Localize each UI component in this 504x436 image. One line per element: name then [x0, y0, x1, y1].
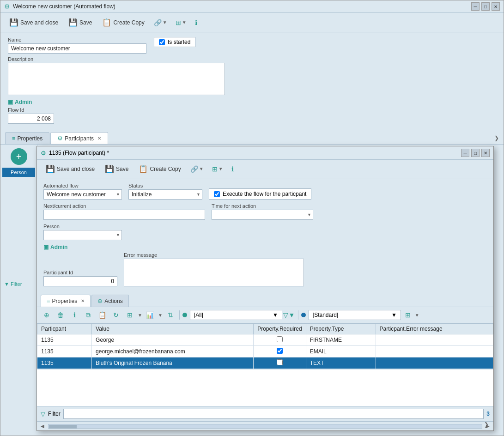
grid-reorder-button[interactable]: ⇅ — [164, 309, 176, 321]
admin-header[interactable]: ▣ Admin — [8, 99, 496, 105]
add-participant-button[interactable]: + — [11, 148, 27, 165]
required-checkbox[interactable] — [277, 336, 283, 342]
filter-input[interactable] — [63, 409, 484, 419]
tab-properties[interactable]: ≡ Properties — [5, 132, 49, 144]
inner-create-copy-button[interactable]: 📋 Create Copy — [134, 162, 185, 176]
outer-window-controls: ─ □ ✕ — [471, 2, 500, 11]
flow-id-input[interactable] — [8, 114, 54, 124]
scroll-left-arrow[interactable]: ◀ — [39, 423, 46, 430]
name-input[interactable] — [8, 43, 146, 54]
tabs-scroll-right[interactable]: ❯ — [494, 135, 499, 141]
inner-admin-header[interactable]: ▣ Admin — [43, 244, 487, 250]
inner-close-button[interactable]: ✕ — [481, 149, 490, 157]
cell-type: TEXT — [306, 357, 376, 369]
time-action-group: Time for next action — [212, 203, 313, 220]
required-checkbox[interactable] — [277, 359, 283, 365]
cell-error — [376, 357, 493, 369]
chart-icon: 📊 — [146, 311, 154, 319]
outer-save-button[interactable]: 💾 Save — [64, 16, 96, 29]
filter-dropdown-btn[interactable]: ▽ ▼ — [283, 309, 295, 321]
info-icon: ℹ — [195, 19, 197, 26]
inner-actions-tab-label: Actions — [104, 298, 122, 304]
layout-toggle-btn[interactable]: ⊞ — [402, 309, 414, 321]
inner-maximize-button[interactable]: □ — [471, 149, 480, 157]
cell-value: Bluth's Original Frozen Banana — [92, 357, 254, 369]
link-button[interactable]: 🔗 ▼ — [151, 17, 170, 29]
settings-chevron-icon: ▼ — [138, 313, 142, 318]
grid-chart-button[interactable]: 📊 — [144, 309, 156, 321]
grid-copy-button[interactable]: ⧉ — [82, 309, 94, 321]
inner-info-button[interactable]: ℹ — [228, 163, 237, 175]
inner-save-button[interactable]: 💾 Save — [101, 162, 133, 176]
required-checkbox[interactable] — [277, 348, 283, 354]
inner-link-icon: 🔗 — [190, 165, 198, 173]
all-dropdown[interactable]: [All] ▼ — [190, 310, 282, 320]
outer-form: Name Is started Description ▣ Admin Flow… — [0, 32, 504, 132]
maximize-button[interactable]: □ — [481, 2, 490, 11]
status-select[interactable]: Initialize — [128, 189, 202, 200]
inner-titlebar: ⚙ 1135 (Flow participant) * ─ □ ✕ — [37, 146, 493, 160]
grid-settings-button[interactable]: ⊞ — [124, 309, 136, 321]
table-row[interactable]: 1135GeorgeFIRSTNAME — [37, 334, 493, 346]
table-row[interactable]: 1135Bluth's Original Frozen BananaTEXT — [37, 357, 493, 369]
inner-link-button[interactable]: 🔗 ▼ — [187, 163, 207, 175]
inner-flow-icon: ⚙ — [41, 150, 46, 157]
is-started-checkbox[interactable] — [159, 39, 165, 45]
error-message-input[interactable] — [124, 259, 304, 286]
person-item-label: Person — [11, 170, 27, 175]
inner-grid-layout-button[interactable]: ⊞ ▼ — [209, 163, 226, 175]
grid-delete-button[interactable]: 🗑 — [55, 309, 67, 321]
cell-error — [376, 334, 493, 346]
inner-tab-actions[interactable]: ⊕ Actions — [91, 295, 128, 307]
minimize-button[interactable]: ─ — [471, 2, 480, 11]
grid-add-button[interactable]: ⊕ — [41, 309, 53, 321]
participants-tab-close[interactable]: ✕ — [97, 136, 101, 141]
outer-create-copy-button[interactable]: 📋 Create Copy — [98, 16, 148, 29]
reorder-icon: ⇅ — [168, 311, 173, 319]
info-button[interactable]: ℹ — [192, 17, 200, 29]
person-item[interactable]: Person — [2, 168, 35, 177]
grid-layout-button[interactable]: ⊞ ▼ — [172, 17, 190, 29]
grid-info-button[interactable]: ℹ — [68, 309, 80, 321]
layout-icon: ⊞ — [405, 311, 411, 319]
inner-toolbar: 💾 Save and close 💾 Save 📋 Create Copy 🔗 … — [37, 160, 493, 178]
next-action-input[interactable] — [43, 210, 205, 220]
automated-flow-select[interactable]: Welcome new customer — [43, 189, 122, 200]
grid-refresh-button[interactable]: ↻ — [110, 309, 122, 321]
inner-tab-properties[interactable]: ≡ Properties ✕ — [41, 295, 91, 307]
grid-chevron-icon: ▼ — [182, 20, 187, 25]
participants-tab-icon: ⚙ — [57, 135, 63, 142]
participant-id-input[interactable] — [43, 276, 117, 286]
copy-icon: 📋 — [102, 18, 111, 27]
filter-side-label: Filter — [11, 281, 22, 287]
name-group: Name — [8, 37, 146, 54]
automated-flow-label: Automated flow — [43, 183, 122, 188]
name-label: Name — [8, 37, 146, 42]
filter-side-button[interactable]: ▼ Filter — [2, 279, 35, 289]
standard-dropdown[interactable]: [Standard] ▼ — [309, 310, 401, 320]
participant-id-group: Participant Id — [43, 270, 117, 286]
inner-save-and-close-button[interactable]: 💾 Save and close — [42, 162, 99, 176]
inner-admin-row: Participant Id Error message — [43, 252, 487, 286]
admin-collapse-icon: ▣ — [8, 99, 13, 105]
outer-save-and-close-button[interactable]: 💾 Save and close — [5, 16, 62, 29]
outer-window: ⚙ Welcome new customer (Automated flow) … — [0, 0, 504, 436]
inner-form-row-3: Person — [43, 224, 487, 240]
cell-participant: 1135 — [37, 346, 92, 357]
inner-minimize-button[interactable]: ─ — [461, 149, 469, 157]
inner-properties-tab-close[interactable]: ✕ — [81, 298, 85, 303]
person-select[interactable] — [43, 230, 122, 240]
execute-checkbox-container: Execute the flow for the particpant — [209, 188, 311, 200]
table-row[interactable]: 1135george.michael@frozenbanana.comEMAIL — [37, 346, 493, 357]
execute-checkbox[interactable] — [214, 191, 220, 197]
filter-funnel-icon: ▽ — [283, 311, 288, 319]
grid-paste-button[interactable]: 📋 — [96, 309, 108, 321]
close-button[interactable]: ✕ — [492, 2, 500, 11]
tab-participants[interactable]: ⚙ Participants ✕ — [50, 132, 108, 144]
scroll-track[interactable] — [48, 424, 482, 429]
inner-window: ⚙ 1135 (Flow participant) * ─ □ ✕ 💾 Save… — [36, 146, 494, 431]
description-input[interactable] — [8, 63, 225, 95]
execute-label: Execute the flow for the particpant — [223, 191, 306, 197]
time-action-select[interactable] — [212, 210, 313, 220]
inner-tabs-scroll-right[interactable]: ❯ — [484, 421, 489, 428]
